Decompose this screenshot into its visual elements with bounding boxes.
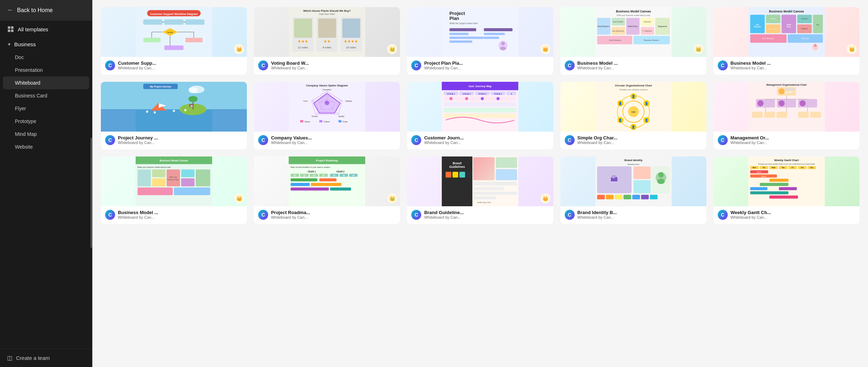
template-title-1: Customer Supp... [118, 60, 243, 66]
sidebar-item-prototype[interactable]: Prototype [0, 115, 92, 128]
template-title-9: Simple Org Char... [577, 135, 702, 140]
sidebar-scrollbar[interactable] [91, 138, 92, 248]
template-card-15[interactable]: Weekly Gantt Chart Arrange your tasks we… [714, 156, 859, 224]
svg-text:15 votes: 15 votes [346, 46, 356, 49]
svg-rect-270 [597, 195, 605, 200]
svg-rect-30 [342, 18, 360, 38]
template-title-11: Business Model ... [118, 210, 243, 215]
svg-text:Project Roadmap: Project Roadmap [316, 159, 338, 162]
svg-text:Relations: Relations [801, 28, 808, 30]
svg-text:Company Values Spider Diagram: Company Values Spider Diagram [306, 84, 348, 87]
all-templates-label: All templates [18, 26, 48, 32]
sidebar: ← Back to Home All templates ▼ Business … [0, 0, 92, 367]
template-card-4[interactable]: Business Model Canvas Build your busines… [560, 7, 706, 75]
sidebar-item-flyer[interactable]: Flyer [0, 102, 92, 115]
svg-rect-154 [444, 108, 517, 112]
svg-text:STAGE 3: STAGE 3 [478, 93, 487, 95]
svg-rect-241 [330, 187, 351, 191]
template-card-9[interactable]: Circular Organizational Chart Visualize … [560, 82, 706, 149]
svg-text:Integrity: Integrity [345, 100, 352, 102]
svg-text:Key Activities: Key Activities [613, 21, 623, 23]
svg-rect-198 [776, 112, 787, 118]
sidebar-item-mind-map[interactable]: Mind Map [0, 128, 92, 140]
svg-point-49 [501, 42, 505, 46]
svg-text:Management Organizational Char: Management Organizational Chart [766, 84, 807, 86]
sidebar-item-doc[interactable]: Doc [0, 51, 92, 64]
svg-text:Wed: Wed [772, 167, 775, 169]
template-card-1[interactable]: Customer Support Workflow Diagram Yes/No [101, 7, 247, 75]
template-subtitle-8: Whiteboard by Can... [424, 140, 549, 145]
svg-rect-253 [496, 169, 517, 180]
svg-text:Q3: Q3 [313, 175, 315, 176]
svg-text:YEAR 1: YEAR 1 [308, 170, 316, 173]
back-to-home-button[interactable]: ← Back to Home [0, 0, 92, 21]
svg-rect-275 [641, 195, 649, 200]
svg-text:Q1: Q1 [294, 175, 296, 176]
main-content: Customer Support Workflow Diagram Yes/No [92, 0, 868, 367]
svg-text:Key Resources: Key Resources [612, 30, 624, 32]
svg-text:5: 5 [511, 93, 512, 95]
business-section-label: Business [14, 41, 36, 47]
svg-rect-300 [750, 191, 788, 195]
svg-text:Task B: Task B [761, 176, 766, 177]
template-card-7[interactable]: Company Values Spider Diagram [254, 82, 400, 149]
svg-text:Sat: Sat [801, 167, 804, 169]
template-card-3[interactable]: Project Plan Write the project name here [407, 7, 553, 75]
svg-text:Channels: Channels [801, 18, 808, 20]
canva-avatar-2: C [258, 60, 268, 70]
template-subtitle-10: Whiteboard by Can... [731, 140, 855, 145]
template-title-13: Brand Guideline... [424, 210, 549, 215]
svg-rect-45 [484, 28, 513, 31]
template-subtitle-7: Whiteboard by Can... [271, 140, 396, 145]
template-title-6: Project Journey ... [118, 135, 243, 140]
svg-text:👤: 👤 [644, 102, 648, 106]
svg-rect-7 [143, 19, 162, 25]
svg-rect-153 [444, 102, 517, 107]
svg-rect-301 [769, 196, 798, 199]
crown-badge-11: 👑 [234, 193, 244, 203]
canva-avatar-3: C [411, 60, 421, 70]
svg-rect-29 [318, 18, 336, 38]
crown-badge-3: 👑 [541, 44, 550, 54]
template-card-11[interactable]: Business Model Canvas Build your busines… [101, 156, 247, 224]
svg-text:Q3: Q3 [352, 175, 355, 176]
svg-rect-207 [152, 178, 166, 186]
canva-avatar-13: C [411, 210, 421, 220]
svg-point-269 [657, 179, 665, 184]
template-card-8[interactable]: User Journey Map STAGE 1 STAGE 2 STAGE 3… [407, 82, 553, 149]
svg-text:My Project Journey: My Project Journey [150, 85, 171, 88]
template-card-2[interactable]: Which House Plants Should We Buy? Cast Y… [254, 7, 400, 75]
svg-rect-209 [181, 170, 195, 177]
sidebar-item-website[interactable]: Website [0, 140, 92, 153]
template-card-6[interactable]: My Project Journey [101, 82, 247, 149]
grid-icon [7, 26, 14, 33]
template-subtitle-13: Whiteboard by Can... [424, 215, 549, 219]
all-templates-button[interactable]: All templates [0, 21, 92, 38]
svg-rect-133 [300, 120, 303, 122]
sidebar-item-whiteboard[interactable]: Whiteboard [3, 76, 89, 89]
svg-text:👤: 👤 [618, 102, 622, 106]
svg-rect-152 [444, 96, 517, 101]
template-card-14[interactable]: Brand Identity Meadow here 🏔 [560, 156, 706, 224]
svg-rect-15 [185, 38, 202, 42]
svg-rect-252 [496, 157, 517, 168]
svg-text:Map out the timeline of your t: Map out the timeline of your team's proj… [291, 166, 330, 168]
template-subtitle-6: Whiteboard by Can... [118, 140, 243, 145]
svg-rect-135 [319, 120, 322, 122]
template-title-15: Weekly Gantt Ch... [731, 210, 855, 215]
template-card-10[interactable]: Management Organizational Chart [714, 82, 859, 149]
svg-text:Plan: Plan [450, 16, 459, 21]
business-card-label: Business Card [15, 93, 47, 99]
canva-avatar-10: C [718, 135, 728, 145]
template-card-12[interactable]: Project Roadmap Map out the timeline of … [254, 156, 400, 224]
create-team-button[interactable]: ◫ Create a team [0, 349, 92, 367]
sidebar-item-presentation[interactable]: Presentation [0, 64, 92, 76]
template-title-2: Voting Board W... [271, 60, 396, 66]
chevron-down-icon: ▼ [7, 42, 11, 47]
business-section-header[interactable]: ▼ Business [0, 38, 92, 51]
svg-point-192 [799, 100, 805, 106]
template-card-13[interactable]: Brand Guidelines [407, 156, 553, 224]
svg-rect-46 [484, 33, 505, 35]
sidebar-item-business-card[interactable]: Business Card [0, 89, 92, 102]
template-card-5[interactable]: Business Model Canvas Key [714, 7, 859, 75]
